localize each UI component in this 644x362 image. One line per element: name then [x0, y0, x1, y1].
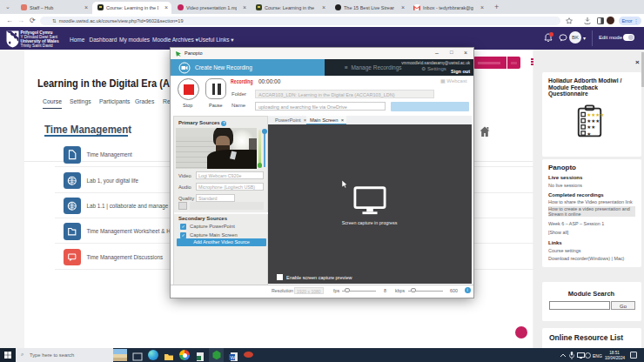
svg-text:★★: ★★ — [587, 124, 595, 130]
svg-text:★★★: ★★★ — [587, 118, 600, 124]
svg-text:★: ★ — [587, 131, 591, 137]
svg-text:★★★★: ★★★★ — [587, 112, 604, 117]
svg-text:W: W — [231, 355, 236, 360]
